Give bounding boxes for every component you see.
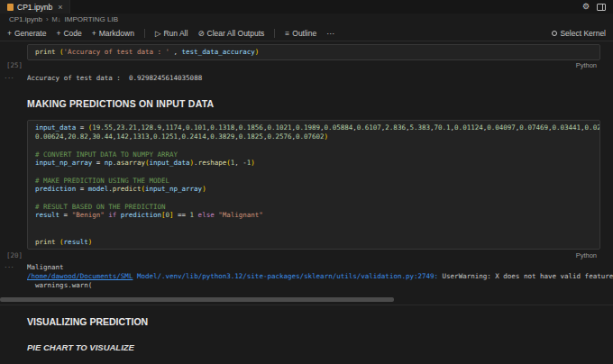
execution-count: [20] xyxy=(0,251,27,259)
cell-divider xyxy=(0,305,613,305)
run-all-label: Run All xyxy=(163,29,188,38)
markdown-label: Markdown xyxy=(99,29,134,38)
toolbar-separator xyxy=(144,29,145,38)
code-editor[interactable]: print ('Accuracy of test data : ' , test… xyxy=(27,44,600,60)
run-all-icon: ▷ xyxy=(155,29,161,38)
outline-label: Outline xyxy=(292,29,316,38)
chevron-right-icon: › xyxy=(46,15,49,23)
add-code-cell-button[interactable]: + Code xyxy=(56,29,81,38)
markdown-heading-predictions[interactable]: MAKING PREDICTIONS ON INPUT DATA xyxy=(27,98,613,109)
code-editor[interactable]: input_data = (19.55,23.21,128.9,1174,0.1… xyxy=(27,120,600,250)
editor-tab-bar: CP1.ipynb × ⚙ xyxy=(0,0,613,14)
add-icon: + xyxy=(56,29,60,38)
kernel-icon xyxy=(552,31,557,36)
add-markdown-cell-button[interactable]: + Markdown xyxy=(92,29,134,38)
output-menu-icon[interactable]: ··· xyxy=(0,263,27,289)
tab-cp1-ipynb[interactable]: CP1.ipynb × xyxy=(0,0,70,14)
editor-actions: ⚙ xyxy=(582,0,613,14)
clear-outputs-label: Clear All Outputs xyxy=(207,29,265,38)
markdown-heading-pie-chart[interactable]: PIE CHART TO VISUALIZE xyxy=(27,342,613,352)
outline-button[interactable]: ≡ Outline xyxy=(285,29,316,38)
more-actions-button[interactable]: ⋯ xyxy=(326,29,334,38)
breadcrumb: CP1.ipynb › M↓ IMPORTING LIB xyxy=(0,14,613,25)
cell-output-prediction: ··· Malignant/home/dawood/Documents/SML … xyxy=(0,263,613,289)
output-text: Malignant/home/dawood/Documents/SML Mode… xyxy=(27,263,613,289)
markdown-cell-icon: M↓ xyxy=(52,15,61,23)
clear-all-outputs-button[interactable]: ⊘ Clear All Outputs xyxy=(197,29,264,38)
notebook-toolbar: + Generate + Code + Markdown ▷ Run All ⊘… xyxy=(0,25,613,41)
output-text: Accuracy of test data : 0.92982456140350… xyxy=(27,74,613,83)
code-cell-prediction[interactable]: input_data = (19.55,23.21,128.9,1174,0.1… xyxy=(0,120,613,260)
horizontal-scrollbar-thumb[interactable] xyxy=(0,297,394,302)
tab-close-icon[interactable]: × xyxy=(58,3,62,12)
add-icon: + xyxy=(7,29,12,38)
cell-language-label[interactable]: Python xyxy=(576,251,597,259)
clear-outputs-icon: ⊘ xyxy=(197,29,204,38)
settings-gear-icon[interactable]: ⚙ xyxy=(582,3,590,11)
code-label: Code xyxy=(63,29,81,38)
select-kernel-button[interactable]: Select Kernel xyxy=(552,29,606,38)
cell-gutter xyxy=(0,44,27,60)
generate-button[interactable]: + Generate xyxy=(7,29,46,38)
code-cell-accuracy[interactable]: print ('Accuracy of test data : ' , test… xyxy=(0,44,613,71)
add-icon: + xyxy=(92,29,96,38)
output-menu-icon[interactable]: ··· xyxy=(0,74,27,83)
run-all-button[interactable]: ▷ Run All xyxy=(155,29,188,38)
breadcrumb-file[interactable]: CP1.ipynb xyxy=(9,15,42,23)
more-icon: ⋯ xyxy=(326,29,334,38)
markdown-heading-visualizing[interactable]: VISUALIZING PREDICTION xyxy=(27,316,613,327)
execution-count: [25] xyxy=(0,61,27,69)
select-kernel-label: Select Kernel xyxy=(560,29,606,38)
cell-output-accuracy: ··· Accuracy of test data : 0.9298245614… xyxy=(0,74,613,83)
cell-gutter xyxy=(0,120,27,250)
notebook-file-icon xyxy=(7,4,14,11)
outline-icon: ≡ xyxy=(285,29,289,38)
split-editor-icon[interactable] xyxy=(597,4,606,11)
cell-language-label[interactable]: Python xyxy=(576,61,597,69)
toolbar-separator xyxy=(274,29,275,38)
horizontal-scrollbar-track xyxy=(0,297,613,302)
vscode-window: CP1.ipynb × ⚙ CP1.ipynb › M↓ IMPORTING L… xyxy=(0,0,613,364)
generate-label: Generate xyxy=(14,29,46,38)
breadcrumb-section[interactable]: IMPORTING LIB xyxy=(65,15,118,23)
tab-title: CP1.ipynb xyxy=(17,3,52,12)
notebook-content: print ('Accuracy of test data : ' , test… xyxy=(0,41,613,364)
